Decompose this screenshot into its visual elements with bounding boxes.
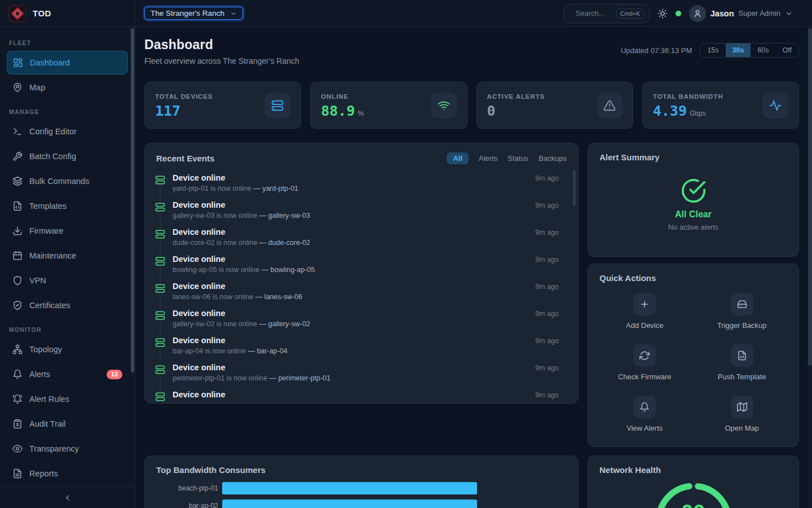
alert-triangle-icon (603, 99, 616, 112)
page-scrollbar[interactable] (808, 28, 812, 366)
fleet-selector[interactable]: The Stranger's Ranch (144, 7, 243, 20)
search-box[interactable]: Cmd+K (564, 4, 650, 23)
view-alerts-button[interactable]: View Alerts (599, 396, 690, 432)
interval-15s[interactable]: 15s (700, 43, 725, 57)
sidebar-item-label: Dashboard (30, 58, 70, 67)
refresh-interval-control: 15s 30s 60s Off (700, 43, 799, 58)
sidebar-item-firmware[interactable]: Firmware (7, 219, 128, 243)
wifi-icon (438, 99, 450, 112)
sidebar-item-templates[interactable]: Templates (7, 194, 128, 218)
sidebar-item-dashboard[interactable]: Dashboard (7, 51, 128, 75)
event-row[interactable]: Device online9m ago dude-core-02 is now … (145, 224, 578, 251)
sidebar-item-batch-config[interactable]: Batch Config (7, 144, 128, 168)
interval-off[interactable]: Off (776, 43, 798, 57)
sidebar-item-transparency[interactable]: Transparency (7, 437, 128, 461)
tab-alerts[interactable]: Alerts (479, 154, 497, 163)
event-row[interactable]: Device online9m ago gallery-sw-03 is now… (145, 197, 578, 224)
event-message: gallery-sw-02 is now online (173, 320, 257, 328)
stat-card-total-bandwidth: TOTAL BANDWIDTH 4.39Gbps (642, 82, 799, 129)
add-device-button[interactable]: Add Device (599, 293, 690, 330)
page-subtitle: Fleet overview across The Stranger's Ran… (144, 56, 299, 65)
event-device-ref: — yard-ptp-01 (253, 185, 298, 192)
tab-all[interactable]: All (447, 152, 469, 164)
section-label-fleet: FLEET (9, 40, 126, 46)
sidebar-item-map[interactable]: Map (7, 76, 128, 99)
recent-events-title: Recent Events (156, 154, 214, 163)
sidebar-item-label: Maintenance (29, 251, 76, 260)
sidebar-item-certificates[interactable]: Certificates (7, 294, 128, 317)
event-title: Device online (173, 173, 225, 182)
search-shortcut-badge: Cmd+K (616, 8, 644, 19)
event-filter-tabs: All Alerts Status Backups (447, 152, 567, 164)
open-map-button[interactable]: Open Map (697, 396, 788, 432)
interval-30s[interactable]: 30s (726, 43, 751, 57)
sidebar-item-config-editor[interactable]: Config Editor (7, 120, 128, 143)
check-circle-icon (681, 178, 707, 204)
sidebar-item-label: Batch Config (29, 152, 76, 161)
alerts-count-badge: 13 (107, 370, 122, 379)
alert-summary-note: No active alerts (668, 223, 719, 231)
app-logo (9, 5, 26, 22)
sidebar-item-audit-trail[interactable]: Audit Trail (7, 412, 128, 436)
sidebar-item-alert-rules[interactable]: Alert Rules (7, 387, 128, 411)
sidebar-item-topology[interactable]: Topology (7, 338, 128, 361)
event-row[interactable]: Device online9m ago (145, 387, 578, 404)
event-device-ref: — gallery-sw-03 (259, 212, 310, 220)
sidebar-item-alerts[interactable]: Alerts 13 (7, 362, 128, 386)
sidebar-item-reports[interactable]: Reports (7, 462, 128, 485)
refresh-icon (639, 351, 650, 361)
sidebar-item-bulk-commands[interactable]: Bulk Commands (7, 169, 128, 193)
server-icon (155, 256, 165, 266)
sidebar-item-label: Firmware (29, 226, 63, 235)
events-scrollbar[interactable] (573, 170, 576, 205)
sidebar-item-label: Config Editor (29, 127, 77, 136)
wrench-icon (12, 151, 23, 161)
stat-value: 4.39 (653, 103, 687, 119)
map-pin-icon (12, 82, 23, 93)
interval-60s[interactable]: 60s (751, 43, 775, 57)
bell-icon (12, 369, 23, 379)
event-time: 9m ago (535, 364, 567, 372)
user-menu[interactable]: Jason Super Admin (689, 5, 803, 22)
event-row[interactable]: Device online9m ago perimeter-ptp-01 is … (145, 360, 578, 387)
tab-status[interactable]: Status (508, 154, 528, 163)
main-content: Dashboard Fleet overview across The Stra… (135, 27, 812, 508)
sidebar-item-label: Transparency (29, 444, 79, 453)
action-label: Trigger Backup (717, 321, 767, 330)
server-icon (155, 175, 165, 185)
bandwidth-bar (222, 500, 477, 508)
event-message: perimeter-ptp-01 is now online (173, 374, 267, 382)
event-title: Device online (173, 309, 225, 318)
stat-label: TOTAL BANDWIDTH (653, 93, 723, 100)
bandwidth-row: bar-ap-02 (156, 500, 567, 508)
sidebar-collapse-button[interactable] (0, 487, 135, 508)
last-updated-text: Updated 07:36:13 PM (621, 46, 692, 55)
terminal-icon (12, 126, 23, 137)
event-message: gallery-sw-03 is now online (173, 212, 257, 220)
search-input[interactable] (576, 9, 612, 17)
event-title: Device online (173, 282, 225, 291)
user-role: Super Admin (739, 9, 780, 17)
event-row[interactable]: Device online9m ago lanes-sw-06 is now o… (145, 278, 578, 305)
event-row[interactable]: Device online9m ago gallery-sw-02 is now… (145, 305, 578, 332)
theme-toggle-button[interactable] (657, 8, 668, 19)
action-label: Check Firmware (618, 373, 672, 381)
check-firmware-button[interactable]: Check Firmware (599, 344, 690, 381)
event-row[interactable]: Device online9m ago yard-ptp-01 is now o… (145, 170, 578, 197)
bandwidth-row: beach-ptp-01 (156, 482, 567, 494)
file-code-icon (12, 201, 23, 211)
push-template-button[interactable]: Push Template (697, 344, 788, 381)
activity-icon (769, 99, 782, 112)
network-health-gauge: 89 (599, 481, 787, 508)
event-device-ref: — bowling-ap-05 (262, 266, 315, 274)
event-row[interactable]: Device online9m ago bar-ap-04 is now onl… (145, 332, 578, 360)
sidebar-scrollbar[interactable] (131, 28, 134, 373)
trigger-backup-button[interactable]: Trigger Backup (697, 293, 788, 330)
event-time: 9m ago (535, 391, 567, 399)
sidebar-item-vpn[interactable]: VPN (7, 269, 128, 292)
file-code-icon (737, 351, 747, 361)
tab-backups[interactable]: Backups (539, 154, 567, 163)
event-row[interactable]: Device online9m ago bowling-ap-05 is now… (145, 251, 578, 278)
sidebar-item-maintenance[interactable]: Maintenance (7, 244, 128, 268)
network-icon (12, 344, 23, 354)
